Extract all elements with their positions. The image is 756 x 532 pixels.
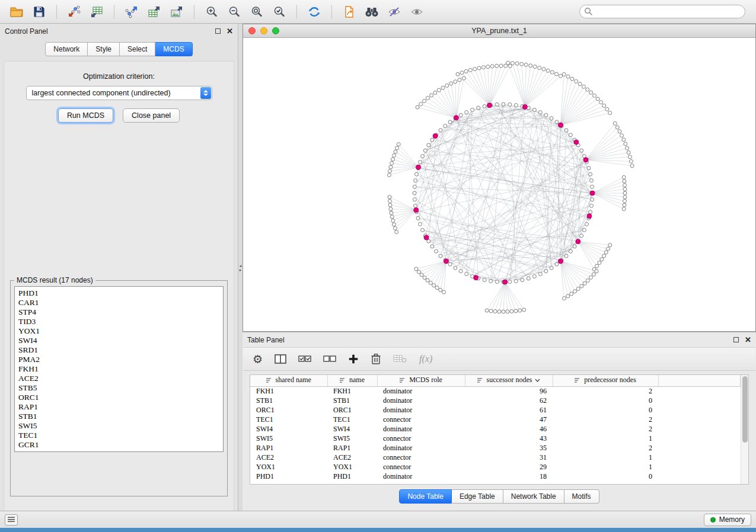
- import-table-button[interactable]: [86, 3, 107, 21]
- column-header-shared-name[interactable]: shared name: [250, 375, 327, 386]
- import-network-button[interactable]: [63, 3, 85, 21]
- mcds-result-item[interactable]: STP4: [18, 307, 219, 317]
- column-header-predecessor-nodes[interactable]: predecessor nodes: [553, 375, 658, 386]
- network-graph[interactable]: [243, 38, 755, 331]
- close-panel-button[interactable]: Close panel: [123, 108, 180, 123]
- close-table-panel-icon[interactable]: ✕: [745, 336, 751, 344]
- toolbar-separator: [194, 5, 194, 19]
- table-cell: SWI5: [250, 434, 327, 443]
- zoom-fit-button[interactable]: [246, 3, 267, 21]
- mcds-result-item[interactable]: FKH1: [18, 364, 219, 374]
- plus-icon: [348, 354, 359, 364]
- maximize-window-icon[interactable]: [272, 27, 279, 34]
- tab-edge-table[interactable]: Edge Table: [452, 489, 503, 504]
- zoom-fit-icon: [250, 5, 263, 18]
- export-network-button[interactable]: [121, 3, 142, 21]
- show-graphics-details-button[interactable]: [406, 3, 428, 21]
- column-header-name[interactable]: name: [327, 375, 377, 386]
- close-panel-icon[interactable]: ✕: [227, 27, 233, 35]
- tab-style[interactable]: Style: [88, 42, 120, 56]
- mcds-result-item[interactable]: TID3: [18, 317, 219, 326]
- delete-table-button[interactable]: [393, 354, 407, 364]
- column-header-mcds-role[interactable]: MCDS role: [377, 375, 465, 386]
- deselect-all-button[interactable]: [323, 354, 336, 364]
- delete-column-button[interactable]: [371, 353, 381, 365]
- scrollbar-thumb[interactable]: [742, 376, 748, 443]
- tab-network-table[interactable]: Network Table: [503, 489, 564, 504]
- mcds-result-item[interactable]: STB5: [18, 383, 219, 393]
- mcds-result-item[interactable]: SWI5: [18, 421, 219, 431]
- mcds-result-item[interactable]: TEC1: [18, 431, 219, 440]
- clone-network-button[interactable]: [339, 3, 360, 21]
- mcds-result-item[interactable]: SRD1: [18, 345, 219, 355]
- delete-table-icon: [393, 354, 407, 364]
- mcds-result-item[interactable]: SWI4: [18, 336, 219, 345]
- mcds-result-item[interactable]: ACE2: [18, 374, 219, 383]
- window-controls: [243, 27, 279, 34]
- export-image-button[interactable]: [166, 3, 187, 21]
- trash-icon: [371, 353, 381, 365]
- mcds-result-item[interactable]: YOX1: [18, 326, 219, 336]
- zoom-selected-icon: [273, 5, 286, 18]
- refresh-layout-button[interactable]: [304, 3, 325, 21]
- zoom-out-button[interactable]: [224, 3, 245, 21]
- table-row[interactable]: STB1STB1dominator620: [250, 396, 741, 405]
- table-row[interactable]: ORC1ORC1dominator610: [250, 405, 741, 415]
- column-label: shared name: [276, 376, 311, 384]
- find-button[interactable]: [361, 3, 382, 21]
- float-table-panel-icon[interactable]: [733, 337, 739, 342]
- right-column: YPA_prune.txt_1 Table Panel ✕ ⚙: [243, 24, 756, 511]
- mcds-result-item[interactable]: PMA2: [18, 355, 219, 364]
- memory-button[interactable]: Memory: [704, 514, 751, 526]
- tab-select[interactable]: Select: [120, 42, 155, 56]
- tab-node-table[interactable]: Node Table: [399, 489, 452, 504]
- table-cell: connector: [377, 453, 465, 462]
- export-table-button[interactable]: [143, 3, 165, 21]
- splitter-arrows-icon[interactable]: ◂▸: [238, 264, 243, 272]
- mcds-result-item[interactable]: ORC1: [18, 393, 219, 402]
- table-cell: SWI5: [327, 434, 377, 443]
- table-settings-button[interactable]: ⚙: [253, 354, 263, 365]
- table-row[interactable]: PHD1PHD1dominator180: [250, 472, 741, 481]
- show-columns-button[interactable]: [275, 354, 286, 364]
- table-row[interactable]: FKH1FKH1dominator962: [250, 386, 741, 396]
- close-window-icon[interactable]: [248, 27, 256, 34]
- table-row[interactable]: RAP1RAP1dominator352: [250, 443, 741, 453]
- table-cell: PHD1: [250, 472, 327, 481]
- panel-splitter[interactable]: ◂▸: [238, 24, 243, 511]
- open-file-button[interactable]: [6, 3, 27, 21]
- float-panel-icon[interactable]: [215, 28, 221, 34]
- network-canvas[interactable]: [243, 38, 755, 331]
- table-row[interactable]: ACE2ACE2connector311: [250, 453, 741, 462]
- mcds-result-item[interactable]: CAR1: [18, 298, 219, 307]
- select-all-button[interactable]: [298, 354, 311, 364]
- status-menu-button[interactable]: [5, 514, 18, 525]
- tab-motifs[interactable]: Motifs: [564, 489, 599, 504]
- add-column-button[interactable]: [348, 354, 359, 364]
- hide-graphics-details-button[interactable]: [384, 3, 405, 21]
- table-row[interactable]: SWI4SWI4dominator462: [250, 424, 741, 434]
- mcds-result-item[interactable]: PHD1: [18, 289, 219, 298]
- run-mcds-button[interactable]: Run MCDS: [58, 108, 113, 123]
- zoom-in-button[interactable]: [201, 3, 222, 21]
- tab-network[interactable]: Network: [45, 42, 88, 56]
- table-cell: 43: [465, 434, 553, 443]
- table-row[interactable]: TEC1TEC1connector472: [250, 415, 741, 424]
- save-icon: [33, 6, 45, 18]
- mcds-result-list[interactable]: PHD1CAR1STP4TID3YOX1SWI4SRD1PMA2FKH1ACE2…: [14, 286, 224, 452]
- save-session-button[interactable]: [28, 3, 50, 21]
- mcds-result-item[interactable]: GCR1: [18, 440, 219, 450]
- function-builder-button[interactable]: f(x): [419, 354, 432, 364]
- table-row[interactable]: SWI5SWI5connector431: [250, 434, 741, 443]
- tab-mcds[interactable]: MCDS: [155, 42, 192, 56]
- mcds-result-item[interactable]: RAP1: [18, 402, 219, 412]
- search-input[interactable]: [579, 5, 745, 18]
- table-scrollbar[interactable]: [741, 375, 748, 484]
- column-header-successor-nodes[interactable]: successor nodes: [465, 375, 553, 386]
- table-row[interactable]: YOX1YOX1connector291: [250, 462, 741, 472]
- minimize-window-icon[interactable]: [260, 27, 267, 34]
- mcds-result-item[interactable]: STB1: [18, 412, 219, 421]
- table-cell: 47: [465, 415, 553, 424]
- criterion-select[interactable]: largest connected component (undirected): [26, 86, 212, 100]
- zoom-selected-button[interactable]: [269, 3, 290, 21]
